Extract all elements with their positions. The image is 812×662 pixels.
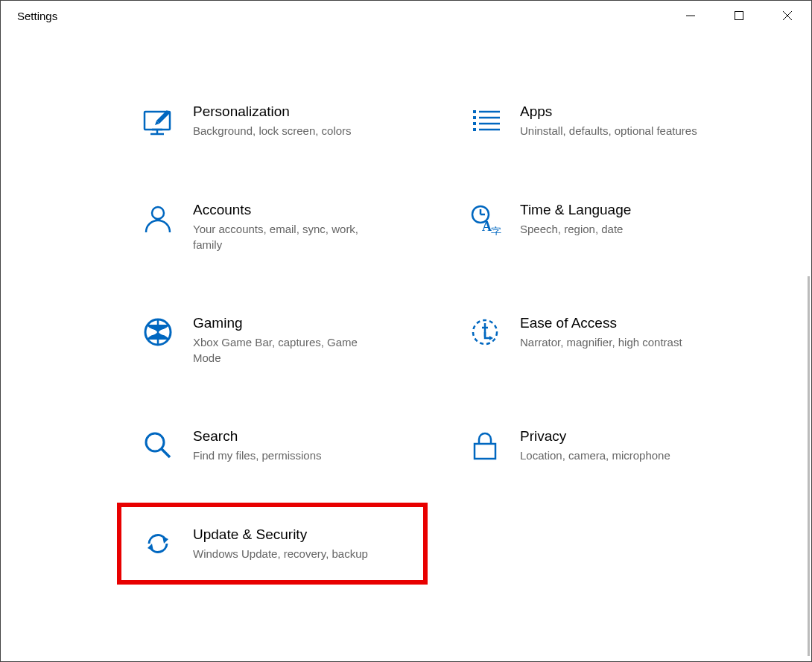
setting-item-text: AppsUninstall, defaults, optional featur… (520, 102, 697, 139)
gaming-icon (139, 314, 177, 351)
setting-item-desc: Xbox Game Bar, captures, Game Mode (193, 334, 387, 366)
search-icon (139, 427, 177, 464)
close-icon (783, 11, 792, 20)
setting-item-text: AccountsYour accounts, email, sync, work… (193, 200, 387, 252)
apps-icon (466, 102, 504, 139)
personalization-icon (139, 102, 177, 139)
setting-item-text: SearchFind my files, permissions (193, 427, 322, 463)
minimize-button[interactable] (666, 1, 714, 31)
setting-item-desc: Find my files, permissions (193, 448, 322, 463)
settings-content: PersonalizationBackground, lock screen, … (1, 31, 811, 567)
setting-item-time-language[interactable]: Time & LanguageSpeech, region, date (462, 196, 767, 257)
setting-item-search[interactable]: SearchFind my files, permissions (135, 422, 440, 468)
scrollbar[interactable] (808, 276, 810, 656)
setting-item-desc: Location, camera, microphone (520, 448, 670, 463)
setting-item-title: Gaming (193, 315, 387, 331)
setting-item-text: Time & LanguageSpeech, region, date (520, 200, 631, 237)
ease-of-access-icon (466, 314, 504, 351)
setting-item-ease-of-access[interactable]: Ease of AccessNarrator, magnifier, high … (462, 309, 767, 370)
svg-rect-1 (735, 12, 743, 20)
settings-grid: PersonalizationBackground, lock screen, … (135, 98, 767, 567)
maximize-button[interactable] (714, 1, 763, 31)
minimize-icon (686, 11, 695, 20)
setting-item-accounts[interactable]: AccountsYour accounts, email, sync, work… (135, 196, 440, 257)
setting-item-text: Update & SecurityWindows Update, recover… (193, 525, 368, 561)
setting-item-title: Search (193, 428, 322, 445)
setting-item-text: Ease of AccessNarrator, magnifier, high … (520, 314, 682, 350)
titlebar: Settings (1, 1, 811, 31)
setting-item-privacy[interactable]: PrivacyLocation, camera, microphone (462, 422, 767, 468)
setting-item-title: Accounts (193, 202, 387, 218)
maximize-icon (735, 11, 743, 20)
privacy-icon (466, 427, 504, 464)
setting-item-text: GamingXbox Game Bar, captures, Game Mode (193, 314, 387, 366)
setting-item-desc: Speech, region, date (520, 221, 631, 237)
setting-item-desc: Windows Update, recovery, backup (193, 546, 368, 561)
setting-item-text: PersonalizationBackground, lock screen, … (193, 102, 352, 139)
setting-item-update-security[interactable]: Update & SecurityWindows Update, recover… (135, 521, 410, 567)
setting-item-desc: Narrator, magnifier, high contrast (520, 334, 682, 350)
setting-item-text: PrivacyLocation, camera, microphone (520, 427, 670, 463)
setting-item-title: Personalization (193, 104, 352, 120)
setting-item-desc: Uninstall, defaults, optional features (520, 123, 697, 139)
setting-item-apps[interactable]: AppsUninstall, defaults, optional featur… (462, 98, 767, 144)
setting-item-title: Apps (520, 104, 697, 120)
setting-item-personalization[interactable]: PersonalizationBackground, lock screen, … (135, 98, 440, 144)
close-button[interactable] (763, 1, 811, 31)
time-language-icon (466, 200, 504, 238)
update-security-icon (139, 525, 177, 562)
setting-item-gaming[interactable]: GamingXbox Game Bar, captures, Game Mode (135, 309, 440, 370)
setting-item-title: Time & Language (520, 202, 631, 218)
setting-item-title: Ease of Access (520, 315, 682, 331)
setting-item-title: Update & Security (193, 526, 368, 543)
setting-item-title: Privacy (520, 428, 670, 445)
accounts-icon (139, 200, 177, 238)
window-title: Settings (17, 10, 57, 22)
window-controls (666, 1, 811, 31)
setting-item-desc: Background, lock screen, colors (193, 123, 352, 139)
setting-item-desc: Your accounts, email, sync, work, family (193, 221, 387, 252)
